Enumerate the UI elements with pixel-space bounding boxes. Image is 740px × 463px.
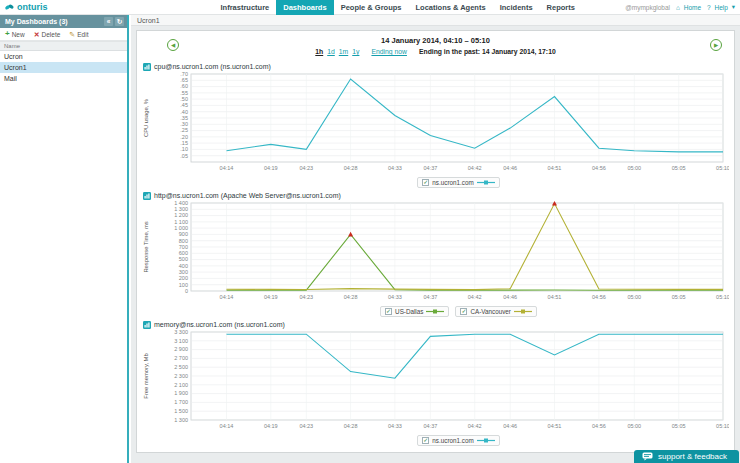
svg-text:1 500: 1 500 bbox=[174, 408, 188, 414]
svg-text:05:05: 05:05 bbox=[672, 165, 686, 171]
svg-text:.30: .30 bbox=[180, 121, 188, 127]
sidebar: My Dashboards (3) « ↻ +New ✕Delete ✎Edit… bbox=[0, 15, 129, 463]
svg-text:04:51: 04:51 bbox=[548, 294, 562, 300]
svg-text:04:37: 04:37 bbox=[424, 165, 438, 171]
checkbox-icon[interactable]: ✓ bbox=[460, 308, 467, 315]
svg-text:04:23: 04:23 bbox=[299, 165, 313, 171]
new-dashboard-button[interactable]: +New bbox=[5, 30, 25, 38]
chart-header: memory@ns.ucron1.com (ns.ucron1.com) bbox=[141, 319, 730, 330]
chart-header: http@ns.ucron1.com (Apache Web Server@ns… bbox=[141, 190, 730, 201]
svg-text:300: 300 bbox=[179, 269, 188, 275]
chart-title: http@ns.ucron1.com (Apache Web Server@ns… bbox=[154, 192, 341, 199]
svg-text:2 900: 2 900 bbox=[174, 346, 188, 352]
legend-label: US-Dallas bbox=[395, 308, 423, 315]
logo[interactable]: onturis bbox=[0, 2, 54, 12]
collapse-icon: « bbox=[107, 18, 111, 25]
range-1m[interactable]: 1m bbox=[339, 48, 348, 55]
chart-canvas: 1 3001 5001 7001 9002 1002 3002 5002 700… bbox=[141, 330, 729, 434]
time-controls: 1h1d1m1y Ending now Ending in the past: … bbox=[141, 48, 730, 55]
chart-legend: ✓ns.ucron1.com bbox=[141, 176, 730, 188]
svg-text:04:42: 04:42 bbox=[468, 423, 482, 429]
chart-block-memory: memory@ns.ucron1.com (ns.ucron1.com)1 30… bbox=[141, 319, 730, 446]
svg-text:1 100: 1 100 bbox=[174, 219, 188, 225]
chart-icon bbox=[143, 63, 151, 71]
svg-text:05:00: 05:00 bbox=[627, 165, 641, 171]
svg-text:800: 800 bbox=[179, 238, 188, 244]
nav-item-infrastructure[interactable]: Infrastructure bbox=[214, 0, 277, 15]
prev-period-button[interactable]: ◀ bbox=[167, 39, 179, 51]
svg-text:04:19: 04:19 bbox=[264, 423, 278, 429]
svg-text:2 700: 2 700 bbox=[174, 355, 188, 361]
svg-text:04:46: 04:46 bbox=[503, 294, 517, 300]
svg-text:04:14: 04:14 bbox=[220, 423, 234, 429]
svg-text:200: 200 bbox=[179, 275, 188, 281]
svg-text:04:19: 04:19 bbox=[264, 165, 278, 171]
account-label[interactable]: @mympkglobal bbox=[625, 4, 670, 11]
chart-icon bbox=[143, 192, 151, 200]
range-1d[interactable]: 1d bbox=[327, 48, 335, 55]
svg-text:.15: .15 bbox=[180, 140, 188, 146]
range-1h[interactable]: 1h bbox=[315, 48, 323, 55]
dashboard-row-mail[interactable]: Mail bbox=[0, 73, 127, 84]
chart-block-cpu: cpu@ns.ucron1.com (ns.ucron1.com).05.10.… bbox=[141, 61, 730, 188]
svg-text:04:56: 04:56 bbox=[592, 165, 606, 171]
ending-now-link[interactable]: Ending now bbox=[371, 48, 407, 55]
nav-item-people-groups[interactable]: People & Groups bbox=[334, 0, 409, 15]
nav-item-incidents[interactable]: Incidents bbox=[493, 0, 540, 15]
svg-text:2 100: 2 100 bbox=[174, 382, 188, 388]
chart-title: cpu@ns.ucron1.com (ns.ucron1.com) bbox=[154, 63, 271, 70]
next-arrow-icon: ▶ bbox=[714, 42, 718, 48]
svg-text:2 300: 2 300 bbox=[174, 373, 188, 379]
chart-canvas: .05.10.15.20.25.30.35.40.45.50.55.60.65.… bbox=[141, 72, 729, 176]
sidebar-title: My Dashboards (3) bbox=[5, 18, 68, 25]
checkbox-icon[interactable]: ✓ bbox=[385, 308, 392, 315]
svg-text:1 200: 1 200 bbox=[174, 212, 188, 218]
top-bar: onturis InfrastructureDashboardsPeople &… bbox=[0, 0, 740, 15]
range-1y[interactable]: 1y bbox=[352, 48, 359, 55]
nav-item-locations-agents[interactable]: Locations & Agents bbox=[408, 0, 492, 15]
svg-text:05:10: 05:10 bbox=[716, 165, 729, 171]
chevron-down-icon: ▾ bbox=[732, 3, 735, 11]
chart-icon bbox=[143, 321, 151, 329]
checkbox-icon[interactable]: ✓ bbox=[422, 179, 429, 186]
next-period-button[interactable]: ▶ bbox=[710, 39, 722, 51]
date-navigation: ◀ ▶ 14 January 2014, 04:10 – 05:10 1h1d1… bbox=[141, 34, 730, 59]
legend-line-sample bbox=[477, 180, 495, 185]
legend-line-sample bbox=[514, 309, 532, 314]
help-link[interactable]: ? Help ▾ bbox=[707, 3, 735, 11]
nav-item-reports[interactable]: Reports bbox=[540, 0, 582, 15]
legend-item-us-dallas[interactable]: ✓US-Dallas bbox=[380, 306, 449, 317]
svg-text:1 300: 1 300 bbox=[174, 206, 188, 212]
chat-bubble-icon bbox=[642, 452, 653, 461]
svg-text:1 300: 1 300 bbox=[174, 417, 188, 423]
svg-text:04:28: 04:28 bbox=[344, 165, 358, 171]
legend-item-ca-vancouver[interactable]: ✓CA-Vancouver bbox=[455, 306, 536, 317]
svg-text:04:56: 04:56 bbox=[592, 294, 606, 300]
svg-text:05:05: 05:05 bbox=[672, 423, 686, 429]
edit-dashboard-button[interactable]: ✎Edit bbox=[69, 31, 88, 38]
svg-text:05:10: 05:10 bbox=[716, 423, 729, 429]
legend-label: ns.ucron1.com bbox=[432, 437, 473, 444]
chart-block-http: http@ns.ucron1.com (Apache Web Server@ns… bbox=[141, 190, 730, 317]
legend-item-ns-ucron1-com[interactable]: ✓ns.ucron1.com bbox=[417, 177, 499, 188]
main-area: Ucron1 ◀ ▶ 14 January 2014, 04:10 – 05:1… bbox=[131, 15, 740, 463]
dashboard-title: Ucron1 bbox=[131, 15, 740, 26]
support-feedback-button[interactable]: support & feedback bbox=[634, 450, 739, 463]
svg-text:04:23: 04:23 bbox=[299, 423, 313, 429]
delete-dashboard-button[interactable]: ✕Delete bbox=[34, 31, 61, 38]
home-icon: ⌂ bbox=[676, 4, 680, 11]
dashboard-panel: ◀ ▶ 14 January 2014, 04:10 – 05:10 1h1d1… bbox=[136, 30, 735, 453]
dashboard-row-ucron[interactable]: Ucron bbox=[0, 51, 127, 62]
legend-item-ns-ucron1-com[interactable]: ✓ns.ucron1.com bbox=[417, 435, 499, 446]
svg-text:04:51: 04:51 bbox=[548, 165, 562, 171]
refresh-button[interactable]: ↻ bbox=[115, 17, 124, 26]
svg-text:04:33: 04:33 bbox=[388, 165, 402, 171]
svg-text:04:56: 04:56 bbox=[592, 423, 606, 429]
svg-text:05:05: 05:05 bbox=[672, 294, 686, 300]
svg-text:04:46: 04:46 bbox=[503, 423, 517, 429]
home-link[interactable]: ⌂ Home bbox=[676, 4, 701, 11]
dashboard-row-ucron1[interactable]: Ucron1 bbox=[0, 62, 127, 73]
collapse-sidebar-button[interactable]: « bbox=[104, 17, 113, 26]
nav-item-dashboards[interactable]: Dashboards bbox=[276, 0, 333, 15]
checkbox-icon[interactable]: ✓ bbox=[422, 437, 429, 444]
